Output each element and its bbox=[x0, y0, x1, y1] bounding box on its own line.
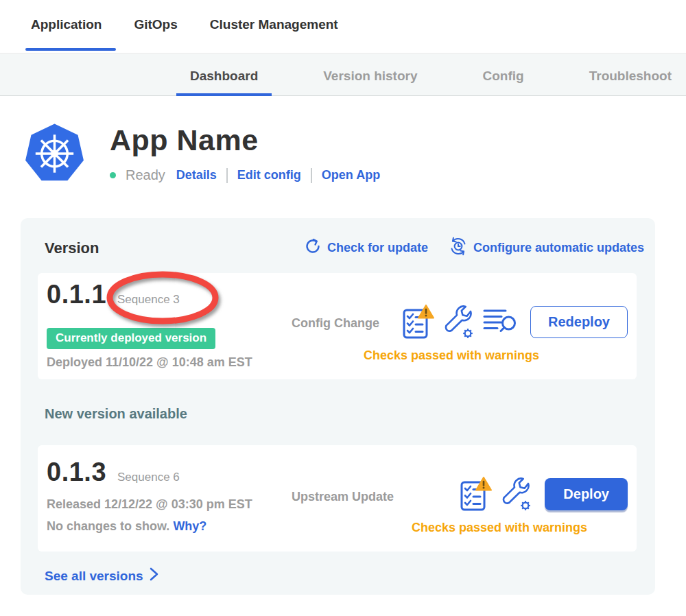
available-version-row: 0.1.3 Sequence 6 Released 12/12/22 @ 03:… bbox=[38, 445, 637, 552]
version-card: Version Check for update bbox=[21, 218, 655, 595]
edit-config-wrench-icon[interactable] bbox=[443, 305, 474, 339]
tab-config[interactable]: Config bbox=[483, 69, 524, 96]
checks-status-text: Checks passed with warnings bbox=[338, 348, 565, 363]
why-link[interactable]: Why? bbox=[173, 519, 206, 533]
edit-config-link[interactable]: Edit config bbox=[237, 168, 301, 182]
redeploy-button[interactable]: Redeploy bbox=[530, 306, 628, 338]
current-version-row: 0.1.1 Sequence 3 Currently deployed vers… bbox=[38, 273, 637, 379]
chevron-right-icon bbox=[150, 567, 158, 585]
tab-gitops[interactable]: GitOps bbox=[134, 17, 177, 53]
available-sequence-label: Sequence 6 bbox=[117, 471, 180, 484]
check-for-update-link[interactable]: Check for update bbox=[304, 237, 428, 259]
status-text: Ready bbox=[126, 167, 165, 183]
available-version-number: 0.1.3 bbox=[47, 458, 106, 487]
tab-cluster-management[interactable]: Cluster Management bbox=[210, 17, 338, 53]
tab-version-history[interactable]: Version history bbox=[323, 69, 417, 96]
current-version-number: 0.1.1 bbox=[47, 280, 106, 309]
version-card-title: Version bbox=[45, 239, 99, 257]
current-sequence-label: Sequence 3 bbox=[117, 293, 180, 307]
open-app-link[interactable]: Open App bbox=[322, 168, 380, 182]
tab-troubleshoot[interactable]: Troubleshoot bbox=[589, 69, 672, 96]
status-dot-icon bbox=[110, 172, 116, 178]
details-link[interactable]: Details bbox=[176, 168, 217, 182]
no-changes-text: No changes to show. bbox=[47, 519, 169, 533]
app-header: App Name Ready Details Edit config Open … bbox=[0, 96, 686, 218]
auto-update-clock-icon bbox=[449, 237, 468, 259]
divider bbox=[311, 168, 312, 183]
view-diff-icon[interactable] bbox=[483, 307, 517, 336]
divider bbox=[226, 168, 228, 183]
top-nav: Application GitOps Cluster Management bbox=[0, 0, 686, 53]
configure-automatic-updates-link[interactable]: Configure automatic updates bbox=[449, 237, 644, 259]
new-version-heading: New version available bbox=[45, 406, 655, 422]
see-all-versions-link[interactable]: See all versions bbox=[45, 567, 655, 585]
preflight-checks-icon[interactable] bbox=[460, 477, 492, 511]
edit-config-wrench-icon[interactable] bbox=[501, 477, 532, 511]
page-title: App Name bbox=[110, 123, 259, 157]
currently-deployed-badge: Currently deployed version bbox=[47, 328, 215, 349]
gear-icon bbox=[463, 329, 473, 338]
tab-application[interactable]: Application bbox=[31, 17, 102, 53]
version-source-label: Upstream Update bbox=[292, 490, 394, 504]
checks-status-text: Checks passed with warnings bbox=[386, 521, 613, 535]
preflight-checks-icon[interactable] bbox=[402, 305, 434, 339]
tab-dashboard[interactable]: Dashboard bbox=[190, 69, 258, 96]
refresh-icon bbox=[304, 237, 322, 259]
gear-icon bbox=[521, 501, 531, 510]
version-source-label: Config Change bbox=[292, 316, 379, 331]
status-row: Ready Details Edit config Open App bbox=[110, 167, 380, 183]
sub-nav: Dashboard Version history Config Trouble… bbox=[0, 53, 686, 96]
kubernetes-logo-icon bbox=[24, 122, 85, 187]
deploy-button[interactable]: Deploy bbox=[545, 478, 628, 510]
